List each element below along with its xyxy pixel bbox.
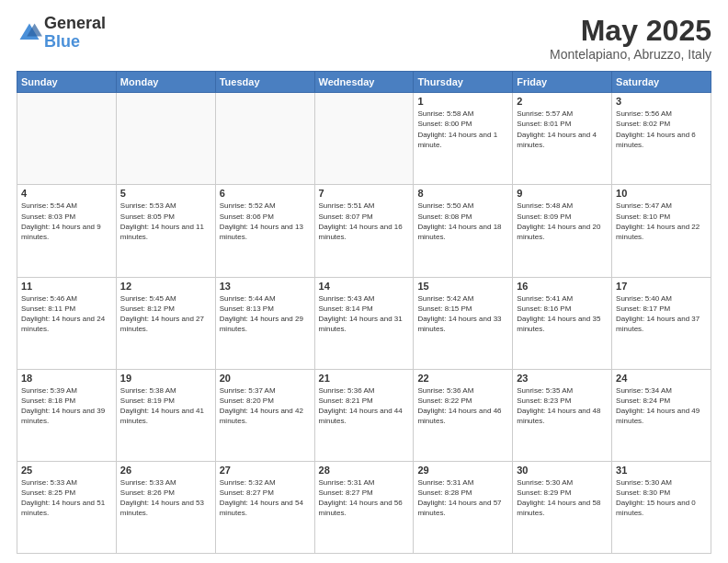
day-info: Sunrise: 5:31 AM Sunset: 8:27 PM Dayligh…	[319, 477, 410, 519]
day-number: 21	[319, 373, 410, 384]
calendar-cell: 5Sunrise: 5:53 AM Sunset: 8:05 PM Daylig…	[116, 185, 215, 277]
day-number: 28	[319, 465, 410, 476]
day-number: 10	[616, 188, 707, 199]
logo-general: General	[44, 15, 106, 33]
day-number: 26	[120, 465, 211, 476]
calendar-cell: 3Sunrise: 5:56 AM Sunset: 8:02 PM Daylig…	[612, 93, 711, 185]
calendar-cell: 29Sunrise: 5:31 AM Sunset: 8:28 PM Dayli…	[414, 461, 513, 553]
calendar-cell: 10Sunrise: 5:47 AM Sunset: 8:10 PM Dayli…	[612, 185, 711, 277]
day-info: Sunrise: 5:50 AM Sunset: 8:08 PM Dayligh…	[417, 201, 508, 242]
header: General Blue May 2025 Montelapiano, Abru…	[17, 15, 711, 62]
day-info: Sunrise: 5:48 AM Sunset: 8:09 PM Dayligh…	[517, 201, 608, 242]
day-number: 7	[319, 188, 410, 199]
logo-blue: Blue	[44, 33, 106, 52]
calendar-cell: 17Sunrise: 5:40 AM Sunset: 8:17 PM Dayli…	[612, 277, 711, 369]
calendar-cell: 14Sunrise: 5:43 AM Sunset: 8:14 PM Dayli…	[314, 277, 414, 369]
calendar-cell: 25Sunrise: 5:33 AM Sunset: 8:25 PM Dayli…	[17, 461, 117, 553]
day-number: 30	[517, 465, 608, 476]
calendar-header: SundayMondayTuesdayWednesdayThursdayFrid…	[17, 72, 711, 93]
day-info: Sunrise: 5:56 AM Sunset: 8:02 PM Dayligh…	[616, 109, 707, 150]
calendar: SundayMondayTuesdayWednesdayThursdayFrid…	[17, 71, 711, 554]
day-number: 4	[21, 188, 112, 199]
day-info: Sunrise: 5:54 AM Sunset: 8:03 PM Dayligh…	[21, 201, 112, 242]
calendar-cell: 21Sunrise: 5:36 AM Sunset: 8:21 PM Dayli…	[314, 369, 414, 461]
calendar-cell: 20Sunrise: 5:37 AM Sunset: 8:20 PM Dayli…	[215, 369, 314, 461]
day-info: Sunrise: 5:47 AM Sunset: 8:10 PM Dayligh…	[616, 201, 707, 242]
day-info: Sunrise: 5:40 AM Sunset: 8:17 PM Dayligh…	[616, 293, 707, 335]
day-info: Sunrise: 5:35 AM Sunset: 8:23 PM Dayligh…	[517, 385, 608, 427]
day-number: 6	[220, 188, 311, 199]
day-number: 16	[517, 281, 608, 292]
day-number: 5	[120, 188, 211, 199]
calendar-cell: 30Sunrise: 5:30 AM Sunset: 8:29 PM Dayli…	[513, 461, 612, 553]
day-info: Sunrise: 5:57 AM Sunset: 8:01 PM Dayligh…	[517, 109, 608, 150]
week-row-1: 4Sunrise: 5:54 AM Sunset: 8:03 PM Daylig…	[17, 185, 711, 277]
logo-text: General Blue	[44, 15, 106, 52]
day-header-friday: Friday	[513, 72, 612, 93]
day-header-monday: Monday	[116, 72, 215, 93]
day-number: 23	[517, 373, 608, 384]
calendar-cell	[215, 93, 314, 185]
logo-icon	[17, 20, 42, 46]
day-info: Sunrise: 5:38 AM Sunset: 8:19 PM Dayligh…	[120, 385, 211, 427]
day-info: Sunrise: 5:51 AM Sunset: 8:07 PM Dayligh…	[319, 201, 410, 242]
day-info: Sunrise: 5:39 AM Sunset: 8:18 PM Dayligh…	[21, 385, 112, 427]
week-row-3: 18Sunrise: 5:39 AM Sunset: 8:18 PM Dayli…	[17, 369, 711, 461]
day-info: Sunrise: 5:36 AM Sunset: 8:22 PM Dayligh…	[417, 385, 508, 427]
calendar-cell: 7Sunrise: 5:51 AM Sunset: 8:07 PM Daylig…	[314, 185, 414, 277]
day-number: 20	[220, 373, 311, 384]
calendar-cell: 24Sunrise: 5:34 AM Sunset: 8:24 PM Dayli…	[612, 369, 711, 461]
calendar-cell: 8Sunrise: 5:50 AM Sunset: 8:08 PM Daylig…	[414, 185, 513, 277]
calendar-cell	[116, 93, 215, 185]
day-info: Sunrise: 5:53 AM Sunset: 8:05 PM Dayligh…	[120, 201, 211, 242]
calendar-cell	[17, 93, 117, 185]
day-info: Sunrise: 5:37 AM Sunset: 8:20 PM Dayligh…	[220, 385, 311, 427]
day-header-sunday: Sunday	[17, 72, 117, 93]
calendar-cell: 11Sunrise: 5:46 AM Sunset: 8:11 PM Dayli…	[17, 277, 117, 369]
day-number: 9	[517, 188, 608, 199]
day-info: Sunrise: 5:43 AM Sunset: 8:14 PM Dayligh…	[319, 293, 410, 335]
calendar-cell: 26Sunrise: 5:33 AM Sunset: 8:26 PM Dayli…	[116, 461, 215, 553]
day-number: 3	[616, 96, 707, 107]
calendar-cell: 18Sunrise: 5:39 AM Sunset: 8:18 PM Dayli…	[17, 369, 117, 461]
calendar-body: 1Sunrise: 5:58 AM Sunset: 8:00 PM Daylig…	[17, 93, 711, 554]
day-info: Sunrise: 5:58 AM Sunset: 8:00 PM Dayligh…	[417, 109, 508, 150]
day-number: 25	[21, 465, 112, 476]
day-info: Sunrise: 5:30 AM Sunset: 8:30 PM Dayligh…	[616, 477, 707, 519]
day-header-saturday: Saturday	[612, 72, 711, 93]
day-header-wednesday: Wednesday	[314, 72, 414, 93]
location-title: Montelapiano, Abruzzo, Italy	[550, 47, 711, 62]
calendar-cell: 28Sunrise: 5:31 AM Sunset: 8:27 PM Dayli…	[314, 461, 414, 553]
day-number: 22	[417, 373, 508, 384]
week-row-2: 11Sunrise: 5:46 AM Sunset: 8:11 PM Dayli…	[17, 277, 711, 369]
header-row: SundayMondayTuesdayWednesdayThursdayFrid…	[17, 72, 711, 93]
day-number: 1	[417, 96, 508, 107]
day-info: Sunrise: 5:36 AM Sunset: 8:21 PM Dayligh…	[319, 385, 410, 427]
day-number: 31	[616, 465, 707, 476]
calendar-cell: 19Sunrise: 5:38 AM Sunset: 8:19 PM Dayli…	[116, 369, 215, 461]
day-header-tuesday: Tuesday	[215, 72, 314, 93]
day-number: 8	[417, 188, 508, 199]
day-number: 29	[417, 465, 508, 476]
calendar-cell: 4Sunrise: 5:54 AM Sunset: 8:03 PM Daylig…	[17, 185, 117, 277]
day-number: 13	[220, 281, 311, 292]
day-info: Sunrise: 5:32 AM Sunset: 8:27 PM Dayligh…	[220, 477, 311, 519]
calendar-cell: 16Sunrise: 5:41 AM Sunset: 8:16 PM Dayli…	[513, 277, 612, 369]
day-info: Sunrise: 5:41 AM Sunset: 8:16 PM Dayligh…	[517, 293, 608, 335]
calendar-cell: 2Sunrise: 5:57 AM Sunset: 8:01 PM Daylig…	[513, 93, 612, 185]
day-number: 15	[417, 281, 508, 292]
calendar-cell: 27Sunrise: 5:32 AM Sunset: 8:27 PM Dayli…	[215, 461, 314, 553]
day-info: Sunrise: 5:44 AM Sunset: 8:13 PM Dayligh…	[220, 293, 311, 335]
day-info: Sunrise: 5:52 AM Sunset: 8:06 PM Dayligh…	[220, 201, 311, 242]
day-info: Sunrise: 5:46 AM Sunset: 8:11 PM Dayligh…	[21, 293, 112, 335]
day-number: 2	[517, 96, 608, 107]
day-number: 24	[616, 373, 707, 384]
month-title: May 2025	[550, 15, 711, 47]
day-info: Sunrise: 5:34 AM Sunset: 8:24 PM Dayligh…	[616, 385, 707, 427]
day-info: Sunrise: 5:45 AM Sunset: 8:12 PM Dayligh…	[120, 293, 211, 335]
calendar-cell: 9Sunrise: 5:48 AM Sunset: 8:09 PM Daylig…	[513, 185, 612, 277]
day-info: Sunrise: 5:33 AM Sunset: 8:26 PM Dayligh…	[120, 477, 211, 519]
calendar-cell: 13Sunrise: 5:44 AM Sunset: 8:13 PM Dayli…	[215, 277, 314, 369]
page: General Blue May 2025 Montelapiano, Abru…	[0, 0, 728, 563]
logo: General Blue	[17, 15, 106, 52]
